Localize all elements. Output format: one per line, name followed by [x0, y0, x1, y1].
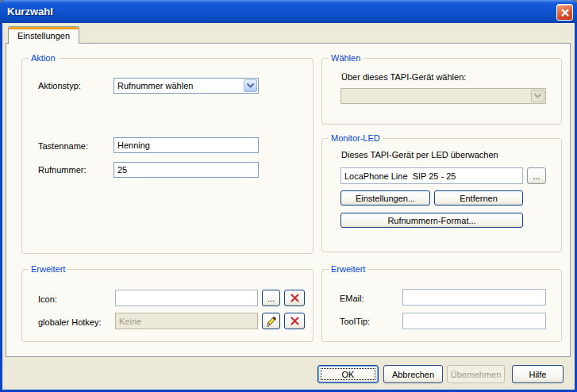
email-field[interactable]: [402, 289, 546, 306]
pencil-icon: [266, 316, 277, 327]
led-device-browse-button[interactable]: ...: [527, 167, 546, 184]
led-device-label: Dieses TAPI-Gerät per LED überwachen: [341, 150, 498, 160]
rufnummern-format-button[interactable]: Rufnummern-Format...: [340, 213, 523, 228]
group-erweitert-rechts-title: Erweitert: [329, 263, 367, 275]
rufnummer-label: Rufnummer:: [38, 165, 87, 175]
tapi-device-combobox: [340, 88, 546, 104]
red-x-icon: [290, 293, 300, 303]
tab-einstellungen[interactable]: Einstellungen: [8, 26, 79, 44]
window-title: Kurzwahl: [7, 6, 53, 17]
group-erweitert-links-title: Erweitert: [29, 263, 67, 275]
icon-clear-button[interactable]: [284, 290, 305, 306]
hotkey-field: [115, 313, 258, 329]
hotkey-edit-button[interactable]: [262, 313, 280, 329]
led-einstellungen-button[interactable]: Einstellungen...: [340, 190, 430, 206]
red-x-icon: [290, 316, 300, 326]
combo-drop-button[interactable]: [244, 79, 257, 92]
hotkey-clear-button[interactable]: [284, 313, 305, 329]
hotkey-label: globaler Hotkey:: [38, 317, 102, 328]
led-device-field[interactable]: [340, 167, 523, 184]
combo-drop-button-disabled: [531, 90, 544, 102]
led-entfernen-button[interactable]: Entfernen: [434, 190, 523, 206]
tastenname-input[interactable]: [113, 137, 259, 153]
aktionstyp-label: Aktionstyp:: [38, 81, 81, 91]
aktionstyp-combobox[interactable]: Rufnummer wählen: [113, 78, 259, 94]
rufnummer-input[interactable]: [113, 162, 259, 178]
tab-label: Einstellungen: [17, 31, 70, 40]
chevron-down-icon: [247, 83, 254, 88]
dialog-window: Kurzwahl Einstellungen Aktion Aktionstyp…: [0, 0, 577, 392]
titlebar: Kurzwahl: [0, 0, 577, 23]
ok-button[interactable]: OK: [317, 365, 379, 383]
tooltip-label: ToolTip:: [340, 317, 370, 327]
icon-field[interactable]: [115, 290, 258, 306]
icon-label: Icon:: [38, 294, 57, 305]
uebernehmen-button: Übernehmen: [447, 365, 505, 383]
group-waehlen-title: Wählen: [329, 52, 363, 63]
group-erweitert-rechts: Erweitert: [321, 269, 562, 342]
chevron-down-icon: [534, 94, 541, 98]
abbrechen-button[interactable]: Abbrechen: [383, 365, 443, 383]
tastenname-label: Tastenname:: [38, 141, 88, 152]
x-icon: [560, 8, 570, 17]
tapi-dial-label: Über dieses TAPI-Gerät wählen:: [341, 72, 466, 83]
group-monitor-led-title: Monitor-LED: [329, 133, 383, 144]
tooltip-field[interactable]: [402, 313, 546, 329]
close-button[interactable]: [556, 4, 573, 21]
aktionstyp-value: Rufnummer wählen: [117, 81, 193, 90]
group-aktion-title: Aktion: [29, 52, 58, 63]
icon-browse-button[interactable]: ...: [262, 290, 280, 306]
email-label: EMail:: [340, 294, 364, 304]
hilfe-button[interactable]: Hilfe: [512, 365, 564, 383]
